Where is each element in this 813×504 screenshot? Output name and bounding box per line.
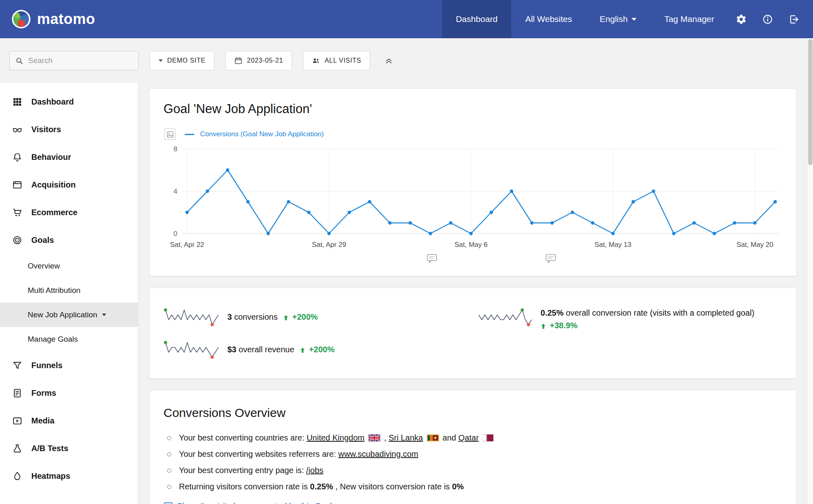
brand-name: matomo [37,11,95,28]
matomo-logo[interactable]: matomo [0,0,107,38]
qatar-flag-icon [482,434,494,442]
legend-line-swatch [185,134,194,135]
conversion-rate-label: overall conversion rate (visits with a c… [566,308,754,317]
country-link-sri-lanka[interactable]: Sri Lanka [388,433,423,442]
scrollbar-thumb[interactable] [808,39,813,165]
search-icon [15,57,24,65]
export-image-button[interactable] [164,129,176,140]
svg-text:Sat, Apr 22: Sat, Apr 22 [170,241,204,249]
goal-chart-svg[interactable]: 048Sat, Apr 22Sat, Apr 29Sat, May 6Sat, … [163,143,782,252]
annotation-marker[interactable] [427,254,437,265]
sidebar-item-label: Ecommerce [31,208,77,217]
site-selector-label: DEMO SITE [167,57,205,64]
conversion-rate-line: 0.25% overall conversion rate (visits wi… [541,307,754,319]
settings-button[interactable] [728,0,754,38]
target-icon [12,235,22,245]
conversion-rate-change-line: +38.9% [541,319,754,333]
country-link-united-kingdom[interactable]: United Kingdom [307,433,364,442]
nav-item-tag-manager[interactable]: Tag Manager [650,0,728,38]
entry-page-link[interactable]: /jobs [306,466,323,475]
nav-item-dashboard[interactable]: Dashboard [442,0,512,38]
revenue-sparkline[interactable] [163,339,220,360]
sidebar-item-multi-attribution[interactable]: Multi Attribution [0,278,138,303]
conversions-metric: 3 conversions +200% [163,307,477,328]
collapse-selectors-button[interactable] [379,51,398,70]
matomo-logo-icon [11,9,31,29]
media-play-icon [12,416,22,426]
sidebar-sub-label: Multi Attribution [28,286,81,295]
new-visitors-rate-value: 0% [452,482,464,491]
main-layout: Dashboard Visitors Behaviour Acquisition [0,83,813,504]
nav-item-all-websites[interactable]: All Websites [511,0,586,38]
sign-out-icon [789,14,800,25]
sidebar-item-media[interactable]: Media [0,407,138,434]
chevron-down-icon [632,18,636,21]
sidebar-item-ecommerce[interactable]: Ecommerce [0,199,138,226]
site-selector-button[interactable]: DEMO SITE [150,51,214,70]
countries-and: and [442,433,456,442]
svg-text:4: 4 [174,188,177,195]
overview-bullets: Your best converting countries are: Unit… [163,432,782,493]
revenue-value: $3 [227,345,236,354]
dashboard-grid-icon [12,97,22,107]
sidebar-item-manage-goals[interactable]: Manage Goals [0,327,138,351]
sri-lanka-flag-icon [427,434,439,442]
cart-icon [12,207,22,218]
help-button[interactable] [754,0,781,38]
annotations-row [163,252,782,273]
revenue-change: +200% [309,345,335,354]
calendar-icon [234,57,242,65]
returning-rate-bullet: Returning visitors conversion rate is 0.… [163,481,782,493]
date-selector-button[interactable]: 2023-05-21 [225,51,292,70]
sidebar-item-label: Visitors [31,125,61,134]
top-navbar: matomo Dashboard All Websites English Ta… [0,0,813,38]
revenue-metric: $3 overall revenue +200% [163,339,477,360]
sidebar: Dashboard Visitors Behaviour Acquisition [0,83,138,504]
returning-rate-text-2: , New visitors conversion rate is [336,482,450,491]
conversion-rate-text: 0.25% overall conversion rate (visits wi… [541,307,754,333]
sidebar-item-goals[interactable]: Goals [0,226,138,254]
search-box[interactable] [9,51,139,70]
sidebar-item-funnels[interactable]: Funnels [0,351,138,379]
goal-title: Goal 'New Job Application' [163,102,782,116]
conversions-sparkline[interactable] [163,307,220,328]
language-label: English [600,14,628,24]
best-entry-page-bullet: Your best converting entry page is: /job… [163,465,782,476]
show-visits-log-link[interactable]: Show the visits log segmented by this Go… [163,502,332,504]
returning-rate-text-1: Returning visitors conversion rate is [179,482,308,491]
segment-selector-button[interactable]: ALL VISITS [303,51,370,70]
country-link-qatar[interactable]: Qatar [458,433,479,442]
sidebar-item-ab-tests[interactable]: A/B Tests [0,434,138,462]
sidebar-item-forms[interactable]: Forms [0,379,138,407]
caret-down-icon [102,314,106,316]
sidebar-item-label: Behaviour [31,153,71,162]
sidebar-item-heatmaps[interactable]: Heatmaps [0,462,138,490]
sidebar-sub-label: Overview [28,262,60,271]
nav-item-language[interactable]: English [586,0,651,38]
sidebar-item-acquisition[interactable]: Acquisition [0,171,138,199]
annotation-marker[interactable] [545,254,556,265]
conversion-rate-sparkline[interactable] [477,307,534,328]
conversions-overview-title: Conversions Overview [163,406,782,420]
conversions-overview-card: Conversions Overview Your best convertin… [149,390,797,504]
sidebar-item-goals-overview[interactable]: Overview [0,254,138,278]
referrer-link[interactable]: www.scubadiving.com [338,449,418,458]
form-document-icon [12,388,22,398]
united-kingdom-flag-icon [368,434,381,442]
revenue-text: $3 overall revenue +200% [227,345,335,355]
page-scrollbar[interactable] [807,38,813,504]
sidebar-item-label: Funnels [31,361,63,370]
sidebar-item-dashboard[interactable]: Dashboard [0,88,138,116]
arrow-up-icon [283,313,289,323]
annotation-bubble-icon [545,254,556,264]
droplet-icon [12,471,22,481]
sidebar-item-new-job-application[interactable]: New Job Application [0,303,138,327]
info-icon [762,14,773,25]
logout-button[interactable] [781,0,807,38]
sidebar-item-visitors[interactable]: Visitors [0,116,138,143]
metrics-left-column: 3 conversions +200% $3 overall revenue +… [163,307,477,360]
search-input[interactable] [28,56,133,65]
controls-bar: DEMO SITE 2023-05-21 ALL VISITS [0,38,813,83]
sidebar-item-behaviour[interactable]: Behaviour [0,143,138,171]
best-countries-prefix: Your best converting countries are: [179,433,304,442]
